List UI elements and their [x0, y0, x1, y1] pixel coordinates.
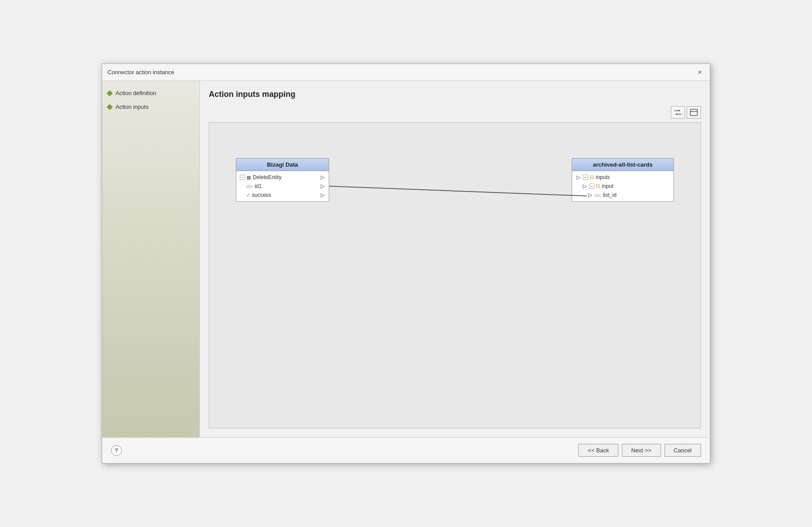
list-id-row[interactable]: ▷ abc list_id [572, 191, 673, 200]
back-button[interactable]: << Back [578, 444, 618, 457]
next-button[interactable]: Next >> [622, 444, 661, 457]
archived-body: ▷ − ⊟ inputs ▷ − ⊟ input [572, 171, 673, 201]
abc-icon: abc [246, 184, 253, 189]
sidebar-item-action-inputs[interactable]: Action inputs [107, 104, 194, 110]
help-button[interactable]: ? [111, 445, 122, 456]
list-id-label: list_id [603, 192, 670, 198]
body: Action definition Action inputs Action i… [102, 81, 710, 437]
arrow-out-success: ▷ [320, 192, 325, 198]
cancel-button[interactable]: Cancel [665, 444, 701, 457]
layout-icon [689, 108, 698, 116]
sidebar-item-label: Action definition [115, 90, 156, 96]
svg-marker-1 [679, 110, 681, 112]
check-icon: ✓ [246, 192, 251, 198]
expand-icon: − [240, 175, 245, 180]
abc-listid-icon: abc [594, 193, 601, 198]
sidebar-item-label: Action inputs [115, 104, 148, 110]
bizagi-data-header: Bizagi Data [236, 159, 329, 171]
bizagi-data-node: Bizagi Data − ▦ DeleteEntity ▷ abc id1 [236, 158, 329, 202]
footer: ? << Back Next >> Cancel [102, 437, 710, 463]
svg-marker-3 [675, 113, 677, 115]
mapping-view-btn[interactable] [671, 106, 685, 119]
archived-node: archived-all-list-cards ▷ − ⊟ inputs ▷ − [572, 158, 674, 202]
arrow-out-icon: ▷ [320, 175, 325, 180]
arrow-in-inputs: ▷ [576, 175, 581, 180]
footer-right: << Back Next >> Cancel [578, 444, 701, 457]
expand-input-icon: − [589, 184, 594, 189]
dialog: Connector action instance × Action defin… [102, 64, 710, 463]
arrow-in-listid: ▷ [587, 192, 593, 198]
id1-row[interactable]: abc id1 ▷ [236, 182, 329, 191]
title-bar: Connector action instance × [102, 64, 710, 81]
main-title: Action inputs mapping [209, 90, 701, 99]
diamond-icon [107, 104, 113, 110]
success-row[interactable]: ✓ success ▷ [236, 191, 329, 200]
input-label: input [602, 183, 670, 189]
diamond-icon [107, 90, 113, 96]
expand-inputs-icon: − [583, 175, 588, 180]
footer-left: ? [111, 445, 122, 456]
inputs-label: inputs [596, 174, 670, 180]
close-button[interactable]: × [695, 68, 705, 77]
connection-line [329, 186, 587, 196]
mapping-icon [673, 108, 682, 116]
layout-view-btn[interactable] [687, 106, 701, 119]
main-content: Action inputs mapping [200, 81, 710, 437]
arrow-in-input: ▷ [582, 184, 587, 189]
archived-header: archived-all-list-cards [572, 159, 673, 171]
table-icon: ▦ [247, 175, 251, 180]
input-row[interactable]: ▷ − ⊟ input [572, 182, 673, 191]
mapping-canvas: Bizagi Data − ▦ DeleteEntity ▷ abc id1 [209, 122, 701, 428]
svg-rect-4 [690, 109, 697, 116]
sidebar-item-action-definition[interactable]: Action definition [107, 90, 194, 96]
arrow-out-id1: ▷ [320, 184, 325, 189]
success-label: success [252, 192, 318, 198]
bizagi-data-body: − ▦ DeleteEntity ▷ abc id1 ▷ [236, 171, 329, 201]
toolbar [209, 106, 701, 119]
folder-input-icon: ⊟ [596, 183, 600, 189]
delete-entity-row[interactable]: − ▦ DeleteEntity ▷ [236, 173, 329, 182]
id1-label: id1 [255, 183, 318, 189]
delete-entity-label: DeleteEntity [253, 174, 318, 180]
inputs-row[interactable]: ▷ − ⊟ inputs [572, 173, 673, 182]
folder-icon: ⊟ [589, 174, 594, 180]
sidebar: Action definition Action inputs [102, 81, 200, 437]
dialog-title: Connector action instance [107, 69, 174, 76]
